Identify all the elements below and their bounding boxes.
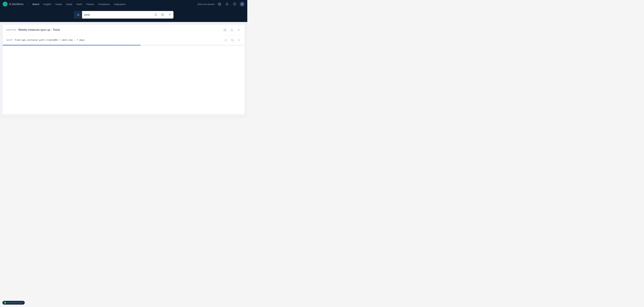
share-icon[interactable] bbox=[230, 28, 234, 32]
progress-bar-fill bbox=[3, 45, 141, 46]
search-help-icon[interactable] bbox=[159, 11, 166, 18]
nav-link-integrations[interactable]: Integrations bbox=[112, 2, 128, 6]
progress-bar bbox=[3, 45, 244, 46]
question-label: QUESTION bbox=[6, 29, 16, 31]
close-icon[interactable] bbox=[236, 28, 241, 32]
query-text: Find aws_instance with createdOn > date.… bbox=[15, 39, 223, 42]
show-me-around-link[interactable]: Show me around bbox=[198, 3, 214, 6]
nav-links: Search Insights Assets Graph Alerts Poli… bbox=[30, 2, 196, 6]
content-area bbox=[3, 46, 244, 114]
svg-point-7 bbox=[155, 14, 156, 16]
user-avatar[interactable]: D bbox=[240, 2, 244, 6]
logo-icon bbox=[3, 2, 8, 6]
result-card: QUESTION Weekly instances spun up - Tren… bbox=[3, 25, 244, 114]
search-bar-logo bbox=[74, 11, 82, 18]
notifications-icon[interactable] bbox=[225, 2, 230, 6]
search-submit-icon[interactable] bbox=[152, 11, 159, 18]
svg-rect-4 bbox=[77, 14, 77, 16]
main-content: QUESTION Weekly instances spun up - Tren… bbox=[0, 22, 247, 118]
question-row: QUESTION Weekly instances spun up - Tren… bbox=[3, 25, 244, 35]
app-name: J1 Dev/Demo bbox=[9, 3, 24, 6]
svg-rect-6 bbox=[78, 14, 79, 16]
search-input[interactable] bbox=[82, 14, 152, 16]
top-navigation: J1 Dev/Demo Search Insights Assets Graph… bbox=[0, 0, 247, 8]
search-area bbox=[0, 8, 247, 22]
nav-link-policies[interactable]: Policies bbox=[84, 2, 96, 6]
nav-link-graph[interactable]: Graph bbox=[64, 2, 74, 6]
query-copy-icon[interactable] bbox=[230, 38, 234, 42]
nav-link-insights[interactable]: Insights bbox=[42, 2, 53, 6]
nav-link-search[interactable]: Search bbox=[30, 2, 41, 6]
svg-rect-5 bbox=[78, 14, 78, 16]
nav-link-assets[interactable]: Assets bbox=[54, 2, 64, 6]
nav-link-compliance[interactable]: Compliance bbox=[96, 2, 112, 6]
query-close-icon[interactable] bbox=[236, 38, 241, 42]
search-filter-icon[interactable] bbox=[166, 11, 174, 18]
question-title: Weekly instances spun up - Trend bbox=[18, 28, 222, 32]
query-row: QUERY Find aws_instance with createdOn >… bbox=[3, 35, 244, 45]
app-logo[interactable]: J1 Dev/Demo bbox=[3, 2, 24, 6]
edit-icon[interactable] bbox=[222, 28, 227, 32]
search-bar bbox=[74, 11, 174, 18]
question-actions bbox=[222, 28, 241, 32]
settings-icon[interactable] bbox=[217, 2, 222, 6]
nav-right-actions: Show me around D bbox=[198, 2, 244, 6]
svg-point-0 bbox=[5, 4, 6, 4]
query-actions bbox=[223, 38, 241, 42]
svg-point-1 bbox=[219, 4, 220, 5]
svg-line-8 bbox=[156, 15, 157, 16]
query-label: QUERY bbox=[6, 39, 13, 41]
help-icon[interactable] bbox=[232, 2, 237, 6]
query-share-icon[interactable] bbox=[223, 38, 228, 42]
nav-link-alerts[interactable]: Alerts bbox=[75, 2, 84, 6]
svg-rect-18 bbox=[232, 40, 233, 41]
svg-point-2 bbox=[234, 3, 236, 6]
